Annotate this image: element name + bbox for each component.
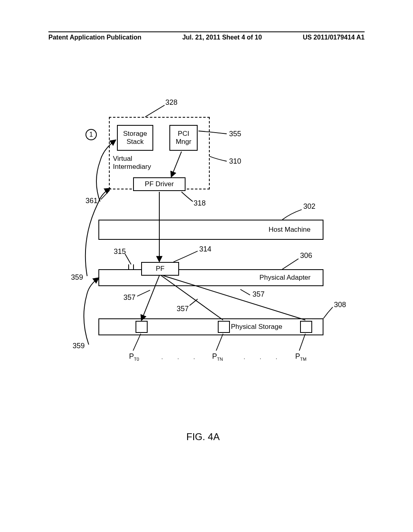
ptm-sub: TM [300, 357, 307, 362]
pt0-label: PT0 [129, 352, 139, 362]
ref-315: 315 [114, 247, 126, 256]
ptn-label: PTN [212, 352, 223, 362]
figure-label: FIG. 4A [186, 431, 220, 443]
ellipsis-2: . . . [244, 354, 284, 360]
ref-357b: 357 [177, 305, 189, 313]
ptn-main: P [212, 352, 217, 360]
ref-359b: 359 [73, 342, 85, 350]
diagram: 1 Storage Stack PCI Mngr Virtual Interme… [0, 0, 413, 532]
ptn-sub: TN [217, 357, 223, 362]
ref-357a: 357 [123, 293, 136, 302]
ref-308: 308 [334, 301, 346, 309]
ref-357c: 357 [252, 290, 265, 299]
pt0-main: P [129, 352, 134, 360]
ref-306: 306 [300, 251, 312, 260]
ptm-main: P [295, 352, 300, 360]
ellipsis-1: . . . [161, 354, 201, 360]
ref-328: 328 [165, 98, 177, 107]
pt0-sub: T0 [134, 357, 139, 362]
ref-310: 310 [229, 157, 241, 166]
ref-355: 355 [229, 130, 241, 138]
ref-302: 302 [303, 202, 315, 211]
connector-lines [0, 0, 413, 532]
ref-361: 361 [86, 197, 98, 205]
ref-359a: 359 [71, 273, 83, 282]
ptm-label: PTM [295, 352, 307, 362]
ref-318: 318 [194, 199, 206, 208]
ref-314: 314 [199, 245, 211, 254]
